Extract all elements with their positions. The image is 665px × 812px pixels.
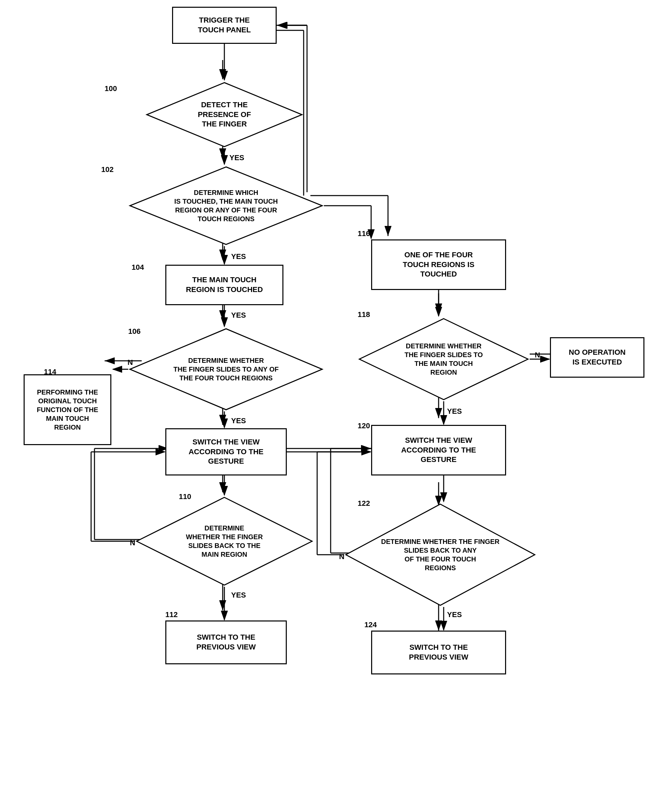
n122-label: DETERMINE WHETHER THE FINGER SLIDES BACK… xyxy=(368,537,513,572)
n106-label: DETERMINE WHETHER THE FINGER SLIDES TO A… xyxy=(153,356,300,382)
n100-num-label: 100 xyxy=(105,84,117,93)
n124-label: SWITCH TO THE PREVIOUS VIEW xyxy=(409,643,468,662)
n124-node: SWITCH TO THE PREVIOUS VIEW xyxy=(371,631,506,675)
yes2-label: YES xyxy=(231,252,246,261)
trigger-node: TRIGGER THE TOUCH PANEL xyxy=(172,7,277,44)
n110-label: DETERMINE WHETHER THE FINGER SLIDES BACK… xyxy=(157,524,292,559)
n104-num-label: 104 xyxy=(132,263,144,272)
n122-node: DETERMINE WHETHER THE FINGER SLIDES BACK… xyxy=(344,502,536,607)
n124-num-label: 124 xyxy=(364,621,377,629)
n110-node: DETERMINE WHETHER THE FINGER SLIDES BACK… xyxy=(135,496,314,587)
flowchart: TRIGGER THE TOUCH PANEL 100 DETECT THE P… xyxy=(0,0,665,812)
yes7-label: YES xyxy=(447,610,462,619)
n106-node: DETERMINE WHETHER THE FINGER SLIDES TO A… xyxy=(128,327,324,412)
trigger-label: TRIGGER THE TOUCH PANEL xyxy=(198,16,251,35)
n114-label: PERFORMING THE ORIGINAL TOUCH FUNCTION O… xyxy=(37,388,98,431)
n102-label: DETERMINE WHICH IS TOUCHED, THE MAIN TOU… xyxy=(153,188,300,223)
n112-label: SWITCH TO THE PREVIOUS VIEW xyxy=(197,632,256,652)
n120-node: SWITCH THE VIEW ACCORDING TO THE GESTURE xyxy=(371,425,506,475)
n112-num-label: 112 xyxy=(165,610,178,619)
no-op-node: NO OPERATION IS EXECUTED xyxy=(550,337,644,378)
n4-label: N xyxy=(535,351,540,359)
n108-label: SWITCH THE VIEW ACCORDING TO THE GESTURE xyxy=(188,437,264,466)
n108-node: SWITCH THE VIEW ACCORDING TO THE GESTURE xyxy=(165,428,287,475)
no-op-label: NO OPERATION IS EXECUTED xyxy=(569,348,626,367)
n100-label: DETECT THE PRESENCE OF THE FINGER xyxy=(165,100,284,129)
n116-label: ONE OF THE FOUR TOUCH REGIONS IS TOUCHED xyxy=(403,250,474,279)
yes6-label: YES xyxy=(447,407,462,416)
n120-num-label: 120 xyxy=(358,422,370,430)
n116-node: ONE OF THE FOUR TOUCH REGIONS IS TOUCHED xyxy=(371,239,506,290)
n114-node: PERFORMING THE ORIGINAL TOUCH FUNCTION O… xyxy=(24,374,111,445)
n2-label: N xyxy=(130,539,135,547)
n120-label: SWITCH THE VIEW ACCORDING TO THE GESTURE xyxy=(401,436,476,465)
n116-num-label: 116 xyxy=(358,229,370,238)
yes3-label: YES xyxy=(231,311,246,320)
n102-num-label: 102 xyxy=(101,165,114,174)
n104-node: THE MAIN TOUCH REGION IS TOUCHED xyxy=(165,265,283,305)
yes1-label: YES xyxy=(229,154,244,162)
n100-node: DETECT THE PRESENCE OF THE FINGER xyxy=(145,81,304,149)
n104-label: THE MAIN TOUCH REGION IS TOUCHED xyxy=(186,275,263,294)
n102-node: DETERMINE WHICH IS TOUCHED, THE MAIN TOU… xyxy=(128,165,324,246)
yes5-label: YES xyxy=(231,591,246,600)
n118-label: DETERMINE WHETHER THE FINGER SLIDES TO T… xyxy=(379,341,508,377)
n3-label: N xyxy=(339,552,344,561)
n118-node: DETERMINE WHETHER THE FINGER SLIDES TO T… xyxy=(358,317,530,401)
yes4-label: YES xyxy=(231,417,246,425)
n112-node: SWITCH TO THE PREVIOUS VIEW xyxy=(165,621,287,664)
